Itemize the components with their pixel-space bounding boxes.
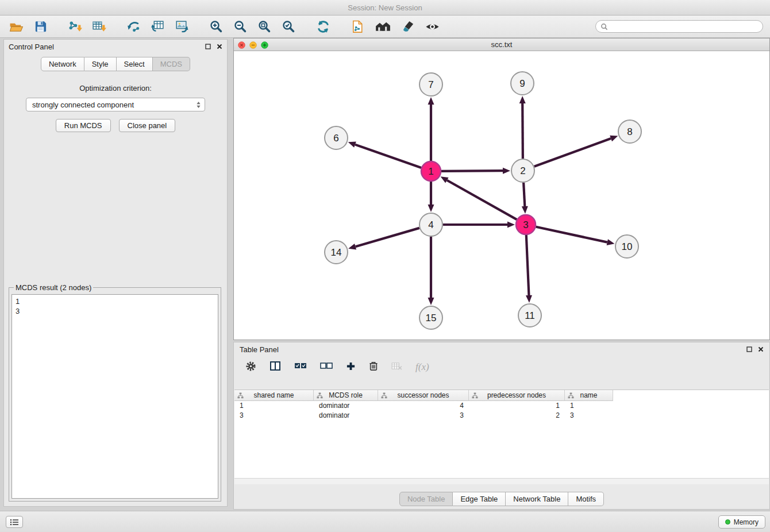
- column-header[interactable]: successor nodes: [378, 390, 469, 401]
- export-image-icon: [174, 19, 190, 34]
- network-view-window: scc.txt 7968124314101511: [233, 38, 770, 340]
- table-cell[interactable]: dominator: [314, 411, 378, 421]
- graph-node-label: 8: [627, 126, 632, 137]
- table-cell[interactable]: 1: [565, 401, 613, 411]
- graph-edge-1-6[interactable]: [355, 145, 421, 168]
- plus-icon: [346, 361, 356, 371]
- zoom-selected-button[interactable]: [279, 17, 298, 36]
- tab-motifs[interactable]: Motifs: [568, 492, 604, 506]
- show-hide-button[interactable]: [423, 17, 441, 36]
- close-panel-button[interactable]: Close panel: [119, 119, 176, 132]
- import-network-button[interactable]: [66, 17, 84, 36]
- tab-edge-table[interactable]: Edge Table: [453, 492, 506, 506]
- control-panel-tabs: Network Style Select MCDS: [41, 57, 190, 71]
- table-cell[interactable]: 4: [378, 401, 469, 411]
- run-mcds-button[interactable]: Run MCDS: [56, 119, 111, 132]
- network-canvas[interactable]: 7968124314101511: [234, 51, 769, 340]
- deselect-all-icon: [320, 362, 333, 370]
- tab-select[interactable]: Select: [117, 57, 153, 71]
- table-row[interactable]: 1dominator411: [234, 401, 769, 411]
- graph-edge-4-14[interactable]: [356, 228, 419, 246]
- maximize-window-button[interactable]: [261, 41, 268, 48]
- column-header[interactable]: predecessor nodes: [469, 390, 565, 401]
- window-titlebar[interactable]: Session: New Session: [0, 0, 770, 16]
- graph-node-label: 3: [523, 219, 528, 230]
- open-session-button[interactable]: [7, 17, 25, 36]
- graph-node-label: 14: [331, 247, 342, 258]
- optimization-criterion-select[interactable]: strongly connected component: [26, 98, 205, 111]
- select-all-button[interactable]: [294, 362, 307, 372]
- minimize-window-button[interactable]: [249, 41, 257, 48]
- table-panel-header: Table Panel: [234, 342, 769, 356]
- column-header[interactable]: shared name: [234, 390, 314, 401]
- float-panel-button[interactable]: [205, 43, 211, 51]
- memory-button[interactable]: Memory: [718, 515, 765, 529]
- graph-edge-3-11[interactable]: [526, 235, 529, 295]
- table-options-button[interactable]: [245, 361, 256, 374]
- column-header[interactable]: name: [565, 390, 613, 401]
- function-builder-button[interactable]: f(x): [415, 361, 429, 373]
- column-edit-icon: [472, 392, 478, 399]
- close-table-panel-button[interactable]: [758, 345, 764, 354]
- tab-mcds[interactable]: MCDS: [153, 57, 190, 71]
- graph-edge-1-2[interactable]: [441, 171, 503, 171]
- column-header[interactable]: MCDS role: [314, 390, 378, 401]
- search-input[interactable]: [611, 22, 758, 30]
- zoom-out-button[interactable]: [231, 17, 249, 36]
- delete-table-button[interactable]: [391, 362, 402, 372]
- tab-node-table[interactable]: Node Table: [399, 492, 453, 506]
- graph-edge-arrowhead: [348, 141, 356, 147]
- graph-edge-2-9[interactable]: [522, 103, 523, 159]
- memory-status-icon: [725, 519, 730, 525]
- zoom-fit-button[interactable]: [255, 17, 274, 36]
- table-cell[interactable]: 3: [234, 411, 314, 421]
- export-table-button[interactable]: [148, 17, 167, 36]
- close-panel-x-button[interactable]: [217, 43, 222, 51]
- float-table-panel-button[interactable]: [746, 345, 752, 354]
- zoom-selected-icon: [281, 19, 296, 34]
- delete-column-button[interactable]: [369, 361, 378, 373]
- table-row[interactable]: 3dominator323: [234, 411, 769, 421]
- table-cell[interactable]: 2: [469, 411, 565, 421]
- add-column-button[interactable]: [346, 361, 356, 373]
- style-brush-button[interactable]: [399, 17, 417, 36]
- deselect-all-button[interactable]: [320, 362, 333, 372]
- tab-style[interactable]: Style: [84, 57, 117, 71]
- graph-edge-3-10[interactable]: [536, 227, 607, 242]
- graph-edge-3-1[interactable]: [447, 180, 517, 219]
- zoom-in-button[interactable]: [207, 17, 225, 36]
- tab-network[interactable]: Network: [41, 57, 84, 71]
- import-table-icon: [91, 19, 107, 34]
- show-columns-button[interactable]: [270, 360, 281, 374]
- window-title: Session: New Session: [348, 3, 422, 12]
- graph-edge-2-3[interactable]: [523, 183, 525, 206]
- search-box[interactable]: [595, 20, 763, 33]
- table-cell[interactable]: 1: [469, 401, 565, 411]
- node-table: shared nameMCDS rolesuccessor nodesprede…: [234, 390, 769, 484]
- table-cell[interactable]: 1: [234, 401, 314, 411]
- close-window-button[interactable]: [238, 41, 245, 48]
- mcds-result-area[interactable]: 13: [11, 294, 218, 499]
- home-button[interactable]: [372, 17, 393, 36]
- table-horizontal-scrollbar[interactable]: [234, 478, 769, 484]
- export-image-button[interactable]: [172, 17, 191, 36]
- graph-edge-2-8[interactable]: [534, 138, 611, 167]
- home-icon: [374, 19, 392, 34]
- task-history-button[interactable]: [6, 516, 23, 528]
- tab-network-table[interactable]: Network Table: [506, 492, 568, 506]
- refresh-view-button[interactable]: [314, 17, 332, 36]
- export-table-icon: [150, 19, 165, 34]
- table-cell[interactable]: 3: [565, 411, 613, 421]
- table-cell[interactable]: dominator: [314, 401, 378, 411]
- import-table-button[interactable]: [90, 17, 108, 36]
- table-cell[interactable]: 3: [378, 411, 469, 421]
- open-report-button[interactable]: [348, 17, 367, 36]
- dropdown-arrows-icon: [196, 101, 201, 109]
- brush-icon: [401, 20, 415, 34]
- export-network-button[interactable]: [124, 17, 143, 36]
- status-bar: Memory: [0, 511, 770, 532]
- columns-icon: [270, 360, 281, 372]
- network-window-titlebar[interactable]: scc.txt: [234, 38, 769, 51]
- save-session-button[interactable]: [31, 17, 49, 36]
- column-edit-icon: [317, 392, 323, 399]
